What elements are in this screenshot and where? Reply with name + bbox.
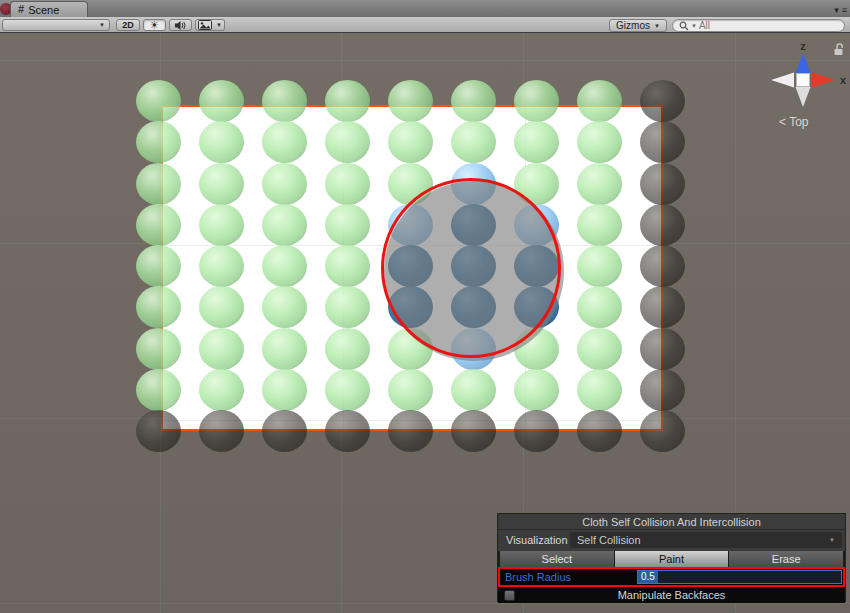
cloth-particle[interactable] bbox=[325, 369, 370, 411]
cloth-particle[interactable] bbox=[262, 204, 307, 246]
cloth-particle[interactable] bbox=[199, 163, 244, 205]
tab-erase[interactable]: Erase bbox=[729, 551, 843, 567]
cloth-particle[interactable] bbox=[640, 410, 685, 452]
cloth-particle[interactable] bbox=[199, 80, 244, 122]
cloth-particle[interactable] bbox=[262, 328, 307, 370]
cloth-particle[interactable] bbox=[262, 245, 307, 287]
gizmo-center-cube[interactable] bbox=[797, 74, 810, 87]
cloth-particle[interactable] bbox=[514, 369, 559, 411]
cloth-particle[interactable] bbox=[136, 121, 181, 163]
cloth-particle[interactable] bbox=[388, 410, 433, 452]
cloth-particle[interactable] bbox=[325, 286, 370, 328]
cloth-particle[interactable] bbox=[262, 286, 307, 328]
chevron-down-icon: ▼ bbox=[654, 23, 660, 29]
neg-z-axis-cone[interactable] bbox=[796, 87, 811, 107]
tab-scene[interactable]: # Scene bbox=[10, 1, 88, 17]
cloth-particle[interactable] bbox=[325, 328, 370, 370]
search-input[interactable]: ▼ All bbox=[672, 19, 845, 32]
search-scope-label: All bbox=[699, 20, 710, 31]
cloth-particle[interactable] bbox=[136, 369, 181, 411]
cloth-particle[interactable] bbox=[325, 163, 370, 205]
cloth-particle[interactable] bbox=[199, 369, 244, 411]
scene-viewport[interactable]: z x < Top Cloth Self Collision And Inter… bbox=[0, 33, 850, 613]
effects-toggle-button[interactable] bbox=[195, 19, 215, 31]
cloth-particle[interactable] bbox=[640, 80, 685, 122]
tab-paint[interactable]: Paint bbox=[615, 551, 729, 567]
cloth-particle[interactable] bbox=[514, 80, 559, 122]
cloth-particle[interactable] bbox=[577, 328, 622, 370]
cloth-particle[interactable] bbox=[577, 245, 622, 287]
chevron-down-icon: ▼ bbox=[99, 22, 105, 28]
brush-radius-row: Brush Radius 0.5 bbox=[498, 567, 845, 587]
cloth-particle[interactable] bbox=[199, 204, 244, 246]
cloth-particle[interactable] bbox=[262, 369, 307, 411]
cloth-particle[interactable] bbox=[577, 80, 622, 122]
chevron-down-icon: ▼ bbox=[216, 22, 222, 28]
manipulate-backfaces-checkbox[interactable] bbox=[504, 590, 515, 601]
cloth-particle[interactable] bbox=[199, 245, 244, 287]
neg-x-axis-cone[interactable] bbox=[771, 73, 794, 88]
cloth-particle[interactable] bbox=[640, 121, 685, 163]
cloth-particle[interactable] bbox=[199, 121, 244, 163]
cloth-particle[interactable] bbox=[388, 80, 433, 122]
pane-caret-icon[interactable]: ▾ bbox=[834, 6, 839, 15]
z-axis-cone[interactable] bbox=[796, 53, 811, 73]
lighting-toggle-button[interactable]: ☀ bbox=[143, 19, 166, 31]
cloth-particle[interactable] bbox=[136, 163, 181, 205]
cloth-particle[interactable] bbox=[262, 163, 307, 205]
search-icon bbox=[679, 21, 689, 31]
world-grid-line bbox=[0, 603, 850, 604]
cloth-particle[interactable] bbox=[577, 163, 622, 205]
cloth-particle[interactable] bbox=[136, 286, 181, 328]
cloth-particle[interactable] bbox=[388, 121, 433, 163]
toggle-2d-button[interactable]: 2D bbox=[116, 19, 140, 31]
cloth-particle[interactable] bbox=[451, 121, 496, 163]
scene-toolbar: ▼ 2D ☀ ▼ Gizmos ▼ bbox=[0, 17, 850, 33]
cloth-particle[interactable] bbox=[640, 286, 685, 328]
cloth-particle[interactable] bbox=[577, 204, 622, 246]
cloth-particle[interactable] bbox=[136, 410, 181, 452]
cloth-particle[interactable] bbox=[325, 121, 370, 163]
pane-menu-icon[interactable]: ≡ bbox=[842, 6, 847, 15]
visualization-label: Visualization bbox=[506, 534, 568, 546]
cloth-particle[interactable] bbox=[136, 204, 181, 246]
cloth-particle[interactable] bbox=[577, 369, 622, 411]
cloth-particle[interactable] bbox=[640, 245, 685, 287]
cloth-particle[interactable] bbox=[325, 410, 370, 452]
view-orientation-label[interactable]: < Top bbox=[779, 115, 808, 129]
audio-toggle-button[interactable] bbox=[169, 19, 192, 31]
cloth-particle[interactable] bbox=[640, 369, 685, 411]
cloth-particle[interactable] bbox=[325, 204, 370, 246]
cloth-particle[interactable] bbox=[577, 410, 622, 452]
x-axis-cone[interactable] bbox=[812, 73, 835, 88]
cloth-particle[interactable] bbox=[136, 80, 181, 122]
cloth-particle[interactable] bbox=[136, 328, 181, 370]
cloth-particle[interactable] bbox=[325, 245, 370, 287]
cloth-particle[interactable] bbox=[262, 121, 307, 163]
cloth-particle[interactable] bbox=[451, 369, 496, 411]
cloth-particle[interactable] bbox=[262, 80, 307, 122]
cloth-particle[interactable] bbox=[388, 369, 433, 411]
draw-mode-dropdown[interactable]: ▼ bbox=[2, 19, 110, 31]
cloth-particle[interactable] bbox=[199, 410, 244, 452]
visualization-dropdown[interactable]: Self Collision ▼ bbox=[570, 532, 842, 548]
brush-radius-field[interactable]: 0.5 bbox=[637, 570, 842, 584]
cloth-particle[interactable] bbox=[136, 245, 181, 287]
lock-icon[interactable] bbox=[833, 42, 845, 56]
cloth-particle[interactable] bbox=[640, 328, 685, 370]
cloth-particle[interactable] bbox=[262, 410, 307, 452]
gizmos-dropdown[interactable]: Gizmos ▼ bbox=[609, 19, 667, 32]
cloth-particle[interactable] bbox=[640, 163, 685, 205]
cloth-particle[interactable] bbox=[451, 80, 496, 122]
cloth-particle[interactable] bbox=[514, 410, 559, 452]
effects-dropdown[interactable]: ▼ bbox=[214, 19, 225, 31]
cloth-particle[interactable] bbox=[199, 286, 244, 328]
cloth-particle[interactable] bbox=[325, 80, 370, 122]
tab-bar: # Scene ▾ ≡ bbox=[0, 0, 850, 17]
cloth-particle[interactable] bbox=[451, 410, 496, 452]
image-icon bbox=[198, 20, 212, 30]
tab-select[interactable]: Select bbox=[500, 551, 614, 567]
cloth-particle[interactable] bbox=[199, 328, 244, 370]
cloth-particle[interactable] bbox=[640, 204, 685, 246]
visualization-value: Self Collision bbox=[577, 534, 641, 546]
